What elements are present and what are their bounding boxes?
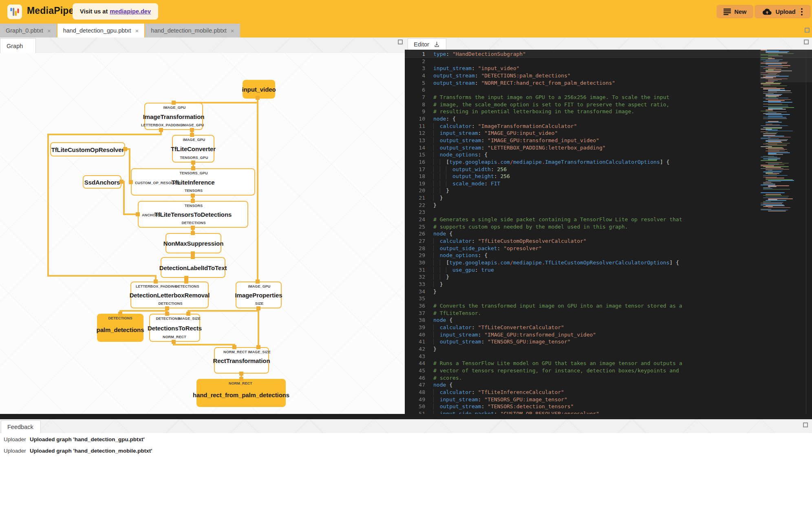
tab-editor[interactable]: Editor (408, 38, 446, 50)
graph-node-DetectionLabelIdToText[interactable]: DetectionLabelIdToText (161, 257, 225, 278)
close-tab-icon[interactable]: × (135, 28, 139, 34)
minimap-line (768, 180, 794, 181)
code-line: 41 output_stream: "TENSORS_GPU:image_ten… (405, 338, 812, 345)
token: : (481, 145, 488, 151)
graph-node-DetectionsToRects[interactable]: DETECTIONSIMAGE_SIZENORM_RECTDetectionsT… (149, 314, 200, 342)
maximize-editor-panel-icon[interactable] (804, 40, 809, 44)
code-editor[interactable]: 1type: "HandDetectionSubgraph"23input_st… (405, 50, 812, 414)
graph-node-DetectionLetterboxRemoval[interactable]: LETTERBOX_PADDINGDETECTIONSDETECTIONSDet… (130, 282, 209, 308)
upload-button[interactable]: Upload (755, 5, 811, 18)
file-tab[interactable]: hand_detection_gpu.pbtxt× (57, 24, 145, 37)
graph-node-palm_detections[interactable]: DETECTIONSpalm_detections (97, 314, 143, 342)
code-line: 44# Runs a TensorFlow Lite model on GPU … (405, 360, 812, 367)
minimap-line (763, 117, 786, 118)
new-button[interactable]: New (717, 5, 753, 18)
graph-canvas[interactable]: input_videoIMAGE_GPULETTERBOX_PADDINGIMA… (0, 53, 405, 414)
code-line: 19 scale_mode: FIT (405, 180, 812, 187)
graph-edge (47, 134, 162, 135)
token: # TfLiteTensor. (433, 310, 481, 316)
token: node (433, 116, 446, 122)
code-line: 48 calculator: "TfLiteInferenceCalculato… (405, 389, 812, 396)
token: 256 (497, 166, 507, 172)
minimap-line (766, 125, 780, 125)
minimap-line (763, 202, 783, 203)
token: { (446, 317, 452, 323)
line-number: 17 (405, 166, 430, 173)
graph-node-RectTransformation[interactable]: NORM_RECTIMAGE_SIZERectTransformation (214, 347, 269, 374)
horizontal-divider[interactable] (0, 414, 812, 419)
token: # image, the scale_mode option is set to… (433, 101, 669, 108)
token: type (449, 159, 462, 165)
tab-graph[interactable]: Graph (0, 38, 36, 53)
graph-node-label: hand_rect_from_palm_detections (193, 391, 289, 398)
code-line: 23 (405, 209, 812, 216)
graph-node-ImageProperties[interactable]: IMAGE_GPUSIZEImageProperties (236, 282, 282, 308)
graph-node-TfLiteCustomOpResolver[interactable]: TfLiteCustomOpResolver (50, 142, 125, 156)
line-number: 41 (405, 338, 430, 345)
line-number: 44 (405, 360, 430, 367)
editor-scrollbar[interactable] (806, 50, 806, 414)
indent-guide (433, 245, 440, 251)
code-text: node { (430, 317, 452, 324)
token: } (440, 195, 443, 201)
token: : (481, 339, 488, 345)
graph-node-TfLiteInference[interactable]: TENSORS_GPUCUSTOM_OP_RESOLVERTENSORSTfLi… (131, 168, 255, 196)
graph-edge (47, 275, 157, 277)
indent-guide (440, 166, 446, 172)
indent-guide (446, 173, 452, 179)
code-line: 25# supports custom ops needed by the mo… (405, 223, 812, 231)
graph-edge (47, 134, 49, 277)
file-tab[interactable]: Graph_0.pbtxt× (0, 24, 57, 37)
edge-connector-dot (239, 372, 243, 376)
graph-node-label: SsdAnchors (84, 178, 120, 185)
graph-node-hand_rect_from_palm_detections[interactable]: NORM_RECThand_rect_from_palm_detections (196, 379, 286, 407)
minimap-line (766, 181, 781, 182)
token: 256 (500, 173, 510, 179)
file-tab[interactable]: hand_detection_mobile.pbtxt× (145, 24, 240, 37)
maximize-graph-panel-icon[interactable] (398, 40, 403, 44)
minimap-line (763, 188, 772, 189)
minimap-line (766, 167, 781, 168)
graph-node-NonMaxSuppression[interactable]: NonMaxSuppression (165, 233, 221, 253)
graph-node-ImageTransformation[interactable]: IMAGE_GPULETTERBOX_PADDINGIMAGE_GPUImage… (144, 103, 203, 130)
line-number: 9 (405, 108, 430, 115)
code-text: node: { (430, 115, 456, 123)
token: ImageTransformationCalculatorOptions (545, 159, 660, 165)
code-text: output_stream: "DETECTIONS:palm_detectio… (430, 72, 571, 79)
close-tab-icon[interactable]: × (47, 28, 51, 34)
edge-connector-dot (232, 345, 236, 349)
graph-node-SsdAnchors[interactable]: SsdAnchors (83, 175, 121, 189)
tab-feedback[interactable]: Feedback (1, 420, 41, 433)
code-text: # Generates a single side packet contain… (430, 216, 682, 223)
graph-node-TfLiteConverter[interactable]: IMAGE_GPUTENSORS_GPUTfLiteConverter (172, 135, 214, 163)
line-number: 34 (405, 288, 430, 295)
token: : (475, 73, 481, 79)
minimap-line (766, 130, 778, 130)
close-tab-icon[interactable]: × (231, 28, 234, 34)
maximize-tabbar-icon[interactable] (805, 28, 810, 33)
upload-more-options-icon[interactable] (801, 8, 803, 15)
line-number: 24 (405, 216, 430, 223)
code-text: calculator: "TfLiteConverterCalculator" (430, 324, 564, 331)
code-line: 24# Generates a single side packet conta… (405, 216, 812, 223)
code-line: 12 input_stream: "IMAGE_GPU:input_video" (405, 130, 812, 137)
code-text: node { (430, 230, 452, 238)
code-line: 3input_stream: "input_video" (405, 65, 812, 72)
mediapipe-logo-icon (7, 4, 22, 19)
download-icon[interactable] (433, 41, 440, 48)
minimap-line (763, 133, 777, 134)
port-label: TENSORS (185, 204, 203, 208)
maximize-feedback-panel-icon[interactable] (803, 422, 808, 427)
code-text: input_stream: "input_video" (430, 65, 519, 72)
edge-connector-dot (190, 128, 194, 132)
minimap[interactable] (760, 50, 794, 414)
minimap-line (768, 118, 786, 119)
graph-node-TfLiteTensorsToDetections[interactable]: TENSORSANCHORSDETECTIONSTfLiteTensorsToD… (138, 201, 248, 228)
minimap-line (763, 187, 770, 188)
line-number: 16 (405, 158, 430, 166)
token: input_stream (440, 396, 478, 403)
token: com (500, 260, 510, 266)
mediapipe-dev-link[interactable]: mediapipe.dev (110, 8, 151, 15)
feedback-log: UploaderUploaded graph 'hand_detection_g… (0, 433, 812, 506)
indent-guide (433, 130, 440, 136)
